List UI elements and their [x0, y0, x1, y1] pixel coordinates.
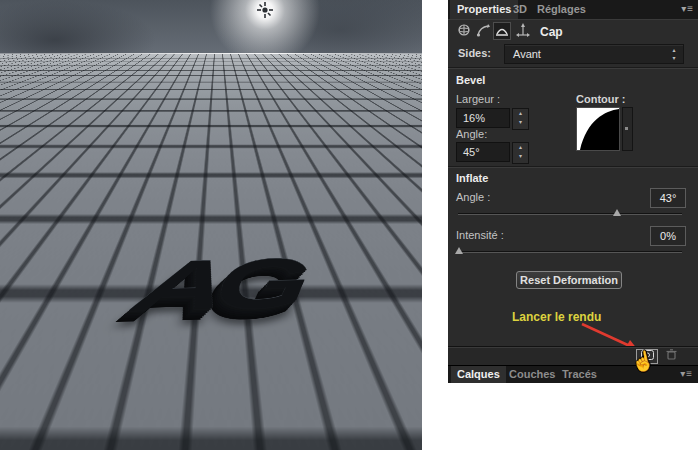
axis-origin — [21, 423, 27, 429]
bevel-angle-input[interactable]: 45° — [456, 142, 510, 162]
photoshop-workspace: AG Prope — [0, 0, 700, 450]
intensite-slider[interactable] — [458, 251, 682, 253]
bevel-angle-stepper[interactable]: ▴▾ — [512, 142, 529, 164]
hand-cursor: ☝ — [629, 348, 657, 375]
inflate-angle-slider[interactable] — [458, 213, 682, 215]
contour-label: Contour : — [576, 93, 625, 105]
sides-label: Sides: — [458, 47, 491, 59]
panel-footer-bar — [448, 346, 698, 366]
light-widget-knob[interactable] — [224, 146, 236, 158]
axis-x-red[interactable] — [24, 422, 56, 430]
cap-icon[interactable] — [493, 22, 511, 40]
inflate-angle-label: Angle : — [456, 191, 490, 203]
mesh-icon[interactable] — [456, 23, 472, 39]
layers-panel-menu-icon[interactable]: ▾≡ — [680, 368, 693, 379]
contour-stepper[interactable] — [622, 107, 633, 151]
dropdown-arrows-icon: ▴▾ — [669, 46, 679, 62]
section-divider — [448, 67, 698, 68]
largeur-label: Largeur : — [456, 93, 500, 105]
reset-deformation-button[interactable]: Reset Deformation — [516, 271, 622, 289]
mesh-icon-row: Cap — [448, 20, 698, 43]
sides-dropdown[interactable]: Avant ▴▾ — [504, 44, 684, 64]
largeur-input[interactable]: 16% — [456, 108, 510, 128]
mesh-title: Cap — [540, 25, 563, 39]
axis-y-green[interactable] — [20, 392, 28, 426]
camera-widget[interactable] — [236, 53, 254, 66]
properties-tab-bar: Properties 3D Réglages ▾≡ — [448, 0, 698, 20]
panel-menu-icon[interactable]: ▾≡ — [681, 3, 694, 14]
deform-icon[interactable] — [475, 23, 491, 39]
layers-tab-bar: Calques Couches Tracés ▾≡ — [448, 365, 698, 383]
tab-reglages[interactable]: Réglages — [530, 0, 593, 19]
section-divider — [448, 166, 698, 167]
trash-icon — [666, 349, 677, 360]
3d-viewport[interactable]: AG — [0, 0, 422, 450]
intensite-label: Intensité : — [456, 229, 504, 241]
tab-traces[interactable]: Tracés — [556, 366, 603, 383]
tab-calques[interactable]: Calques — [451, 366, 506, 383]
slider-thumb[interactable] — [613, 209, 621, 216]
sides-value: Avant — [513, 45, 541, 63]
contour-picker[interactable] — [576, 107, 620, 151]
intensite-value[interactable]: 0% — [650, 226, 686, 246]
slider-thumb[interactable] — [455, 247, 463, 254]
bevel-angle-label: Angle: — [456, 128, 487, 140]
inflate-section-title: Inflate — [456, 172, 488, 184]
3d-text-object[interactable]: AG — [0, 246, 422, 356]
inflate-angle-value[interactable]: 43° — [650, 188, 686, 208]
contour-curve-icon — [577, 108, 619, 150]
light-source-widget[interactable] — [252, 0, 278, 22]
trash-button[interactable] — [663, 349, 679, 362]
axis-widget[interactable] — [8, 388, 60, 436]
properties-panel: Properties 3D Réglages ▾≡ — [448, 0, 698, 382]
bevel-section-title: Bevel — [456, 74, 485, 86]
tab-couches[interactable]: Couches — [503, 366, 561, 383]
largeur-stepper[interactable]: ▴▾ — [512, 108, 529, 130]
coordinates-icon[interactable] — [515, 23, 531, 39]
